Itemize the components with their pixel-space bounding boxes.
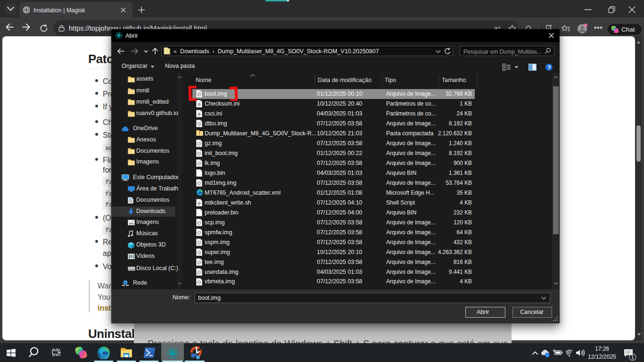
svg-text:i: i xyxy=(547,353,548,357)
svg-text:1: 1 xyxy=(631,354,634,360)
